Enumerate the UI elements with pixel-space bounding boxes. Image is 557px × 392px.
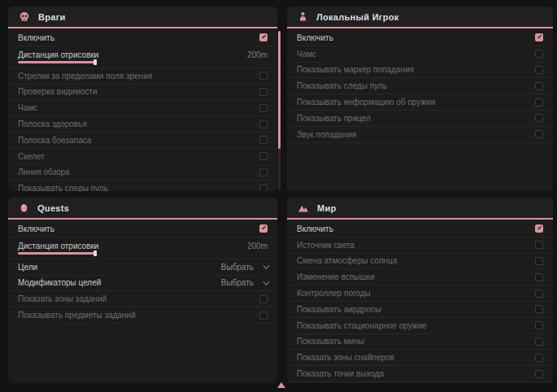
setting-label: Модификаторы целей	[18, 278, 101, 287]
checkbox[interactable]	[535, 33, 543, 41]
setting-label: Показывать мины	[297, 337, 364, 346]
setting-label: Показывать аирдропы	[297, 305, 381, 314]
setting-label: Скелет	[18, 152, 45, 161]
setting-label: Показать точки выхода	[297, 369, 384, 378]
enemies-scrollbar-thumb[interactable]	[278, 31, 281, 149]
setting-label: Показывать маркер попадания	[297, 65, 414, 74]
panel-local-player-header[interactable]: Локальный Игрок	[287, 7, 553, 28]
setting-label: Полоска боезапаса	[18, 136, 91, 145]
setting-label: Включить	[18, 224, 54, 233]
setting-label: Цели	[18, 263, 37, 272]
setting-row-checkbox: Изменение вспышки	[287, 269, 553, 285]
setting-row-checkbox: Показывать маркер попадания	[287, 63, 553, 79]
setting-row-checkbox: Показывать стационарное оружие	[287, 318, 553, 334]
select-control[interactable]: Выбрать	[221, 278, 268, 287]
slider-fill	[18, 252, 95, 255]
select-value: Выбрать	[221, 263, 254, 272]
slider[interactable]	[18, 252, 268, 255]
panel-world: Мир ВключитьИсточник светаСмена атмосфер…	[287, 198, 553, 383]
checkbox[interactable]	[535, 130, 543, 138]
checkbox[interactable]	[259, 136, 268, 144]
setting-label: Полоска здоровья	[18, 120, 87, 128]
checkbox[interactable]	[259, 120, 268, 128]
checkbox[interactable]	[535, 290, 543, 298]
mountains-icon	[298, 203, 309, 214]
setting-row-checkbox: Показывать прицел	[287, 111, 553, 127]
skull-icon	[19, 11, 30, 23]
setting-label: Чамс	[297, 50, 316, 59]
checkbox[interactable]	[259, 295, 268, 303]
setting-row-checkbox: Контроллер погоды	[287, 285, 553, 302]
setting-row-checkbox: Стрелки за пределами поля зрения	[8, 68, 277, 85]
checkbox[interactable]	[535, 114, 543, 122]
person-icon	[298, 11, 308, 22]
checkbox[interactable]	[259, 88, 268, 96]
checkbox[interactable]	[535, 98, 543, 107]
setting-row-checkbox: Полоска боезапаса	[8, 133, 277, 149]
setting-label: Показать зоны снайперов	[297, 353, 394, 362]
panel-title: Мир	[317, 203, 337, 213]
setting-row-checkbox: Включить	[8, 221, 277, 237]
setting-row-checkbox: Показывать следы пуль	[8, 181, 277, 191]
setting-label: Включить	[297, 224, 333, 233]
setting-label: Дистанция отрисовки	[18, 242, 98, 250]
checkbox[interactable]	[259, 311, 268, 320]
setting-label: Показывать прицел	[297, 114, 371, 123]
slider-label-line: Дистанция отрисовки200m	[18, 242, 268, 250]
panels-grid: Враги ВключитьДистанция отрисовки200mСтр…	[8, 7, 553, 383]
slider-handle[interactable]	[94, 250, 97, 256]
slider-value: 200m	[247, 242, 268, 250]
panel-enemies-body: ВключитьДистанция отрисовки200mСтрелки з…	[8, 30, 277, 191]
checkbox[interactable]	[535, 224, 543, 233]
slider-handle[interactable]	[94, 59, 97, 65]
checkbox[interactable]	[535, 273, 543, 281]
setting-row-checkbox: Звук попадания	[287, 127, 553, 143]
checkbox[interactable]	[535, 354, 543, 362]
checkbox[interactable]	[535, 241, 543, 249]
checkbox[interactable]	[259, 152, 268, 160]
select-control[interactable]: Выбрать	[221, 263, 268, 272]
checkbox[interactable]	[535, 82, 543, 90]
panel-enemies-header[interactable]: Враги	[8, 7, 277, 28]
panel-title: Quests	[37, 203, 69, 213]
checkbox[interactable]	[259, 224, 268, 233]
checkbox[interactable]	[535, 66, 543, 74]
setting-row-slider: Дистанция отрисовки200m	[8, 46, 277, 68]
checkbox[interactable]	[535, 257, 543, 265]
panel-title: Враги	[38, 12, 66, 22]
checkbox[interactable]	[259, 72, 268, 80]
checkbox[interactable]	[259, 168, 268, 176]
checkbox[interactable]	[259, 185, 268, 191]
setting-row-checkbox: Источник света	[287, 237, 553, 254]
setting-label: Включить	[18, 33, 54, 42]
panel-world-body: ВключитьИсточник светаСмена атмосферы со…	[287, 221, 553, 383]
enemies-scrollbar[interactable]	[278, 31, 281, 190]
panel-quests: Quests ВключитьДистанция отрисовки200mЦе…	[8, 198, 277, 383]
setting-label: Звук попадания	[297, 130, 356, 139]
panel-local-player: Локальный Игрок ВключитьЧамсПоказывать м…	[287, 7, 553, 191]
setting-row-checkbox: Показывать мины	[287, 334, 553, 351]
setting-row-checkbox: Показать точки выхода	[287, 366, 553, 382]
checkbox[interactable]	[259, 104, 268, 112]
chevron-down-icon	[263, 263, 269, 269]
checkbox[interactable]	[535, 370, 543, 378]
cheat-menu-screen: Враги ВключитьДистанция отрисовки200mСтр…	[0, 0, 557, 392]
setting-row-select: Модификаторы целейВыбрать	[8, 276, 277, 292]
checkbox[interactable]	[535, 321, 543, 329]
setting-row-checkbox: Включить	[287, 30, 553, 46]
panel-quests-body: ВключитьДистанция отрисовки200mЦелиВыбра…	[8, 221, 277, 383]
setting-label: Включить	[297, 33, 333, 42]
setting-row-checkbox: Чамс	[287, 46, 553, 63]
slider[interactable]	[18, 61, 268, 63]
checkbox[interactable]	[535, 305, 543, 313]
checkbox[interactable]	[535, 338, 543, 346]
panel-title: Локальный Игрок	[316, 12, 399, 22]
setting-label: Линия обзора	[18, 168, 70, 176]
scroll-up-indicator[interactable]	[277, 382, 285, 388]
panel-quests-header[interactable]: Quests	[8, 198, 277, 220]
checkbox[interactable]	[259, 33, 268, 41]
checkbox[interactable]	[535, 50, 543, 58]
setting-label: Смена атмосферы солнца	[297, 256, 397, 265]
setting-row-checkbox: Чамс	[8, 100, 277, 116]
panel-world-header[interactable]: Мир	[287, 198, 553, 220]
